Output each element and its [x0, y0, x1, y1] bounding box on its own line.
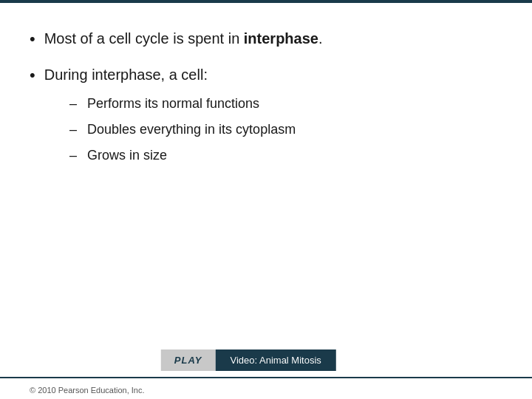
sub-bullet-1: – Performs its normal functions: [69, 95, 502, 113]
sub-bullet-3: – Grows in size: [69, 146, 502, 165]
bullet-section-1: • Most of a cell cycle is spent in inter…: [30, 28, 502, 51]
bottom-border: [0, 377, 532, 378]
bullet-2-text: During interphase, a cell:: [44, 64, 208, 85]
sub-bullet-1-text: Performs its normal functions: [87, 95, 259, 113]
sub-dash-1: –: [69, 95, 77, 113]
play-video-container: PLAY Video: Animal Mitosis: [161, 349, 336, 371]
sub-bullet-2-text: Doubles everything in its cytoplasm: [87, 120, 296, 139]
content-area: • Most of a cell cycle is spent in inter…: [30, 13, 502, 362]
sub-bullets: – Performs its normal functions – Double…: [69, 95, 502, 166]
bullet-2-main: • During interphase, a cell:: [30, 64, 502, 87]
bullet-section-2: • During interphase, a cell: – Performs …: [30, 64, 502, 172]
top-border: [0, 0, 532, 3]
bullet-1-main: • Most of a cell cycle is spent in inter…: [30, 28, 502, 51]
video-label: Video: Animal Mitosis: [215, 349, 335, 371]
bullet-dot-2: •: [30, 64, 35, 87]
sub-dash-2: –: [69, 120, 77, 139]
bullet-dot-1: •: [30, 28, 35, 51]
footer-area: © 2010 Pearson Education, Inc.: [30, 386, 502, 395]
sub-bullet-3-text: Grows in size: [87, 146, 167, 165]
copyright-text: © 2010 Pearson Education, Inc.: [30, 386, 144, 395]
play-button[interactable]: PLAY: [161, 349, 216, 371]
sub-bullet-2: – Doubles everything in its cytoplasm: [69, 120, 502, 139]
sub-dash-3: –: [69, 146, 77, 165]
bullet-1-text: Most of a cell cycle is spent in interph…: [44, 28, 323, 49]
